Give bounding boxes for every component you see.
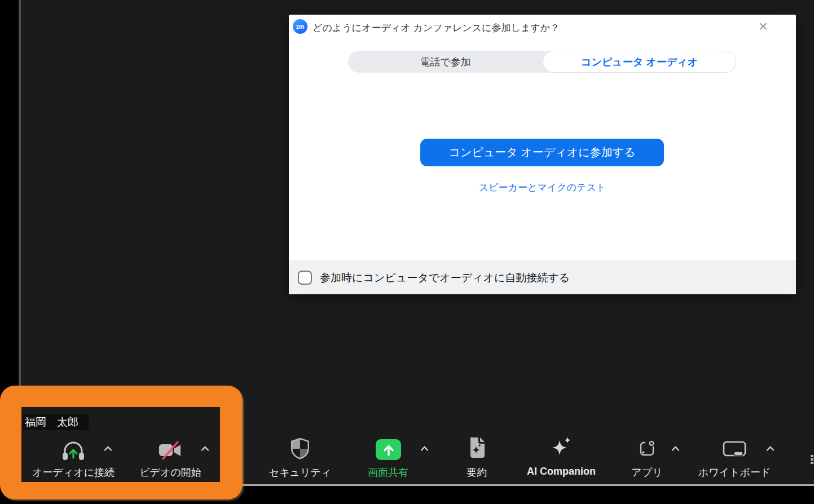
toolbar-item-summary[interactable]: 要約	[454, 466, 499, 479]
left-window-edge-line	[19, 0, 21, 486]
participant-name-tag: 福岡 太郎	[23, 414, 89, 430]
tab-join-by-phone[interactable]: 電話で参加	[348, 51, 543, 73]
auto-join-audio-label: 参加時にコンピュータでオーディオに自動接続する	[320, 261, 570, 295]
dialog-footer: 参加時にコンピュータでオーディオに自動接続する	[289, 260, 796, 294]
whiteboard-icon[interactable]	[723, 440, 746, 458]
zoom-meeting-screen: zm どのようにオーディオ カンファレンスに参加しますか？ × 電話で参加 コン…	[0, 0, 814, 504]
dialog-header: zm どのようにオーディオ カンファレンスに参加しますか？ ×	[289, 15, 796, 39]
headphones-icon[interactable]	[60, 439, 86, 462]
zoom-logo-icon: zm	[293, 19, 307, 34]
join-computer-audio-button[interactable]: コンピュータ オーディオに参加する	[420, 139, 664, 166]
video-options-chevron-up-icon[interactable]	[201, 446, 209, 451]
toolbar-item-whiteboard[interactable]: ホワイトボード	[692, 466, 777, 479]
whiteboard-options-chevron-up-icon[interactable]	[766, 446, 775, 451]
close-icon[interactable]: ×	[754, 17, 772, 36]
toolbar-bottom-separator	[21, 484, 814, 486]
toolbar-item-share-screen[interactable]: 画面共有	[349, 466, 428, 479]
dialog-title: どのようにオーディオ カンファレンスに参加しますか？	[313, 21, 560, 34]
test-speaker-mic-link[interactable]: スピーカーとマイクのテスト	[289, 181, 796, 194]
tab-computer-audio[interactable]: コンピュータ オーディオ	[543, 51, 736, 73]
toolbar-item-ai-companion[interactable]: AI Companion	[516, 466, 606, 478]
security-shield-icon[interactable]	[291, 438, 310, 459]
share-screen-icon[interactable]	[376, 439, 401, 460]
toolbar-item-apps[interactable]: アプリ	[619, 466, 675, 479]
video-off-icon[interactable]	[157, 440, 183, 461]
auto-join-audio-checkbox[interactable]	[298, 271, 312, 285]
toolbar-item-security[interactable]: セキュリティ	[261, 466, 340, 479]
audio-join-tabs: 電話で参加 コンピュータ オーディオ	[348, 51, 736, 73]
toolbar-item-connect-audio[interactable]: オーディオに接続	[23, 466, 124, 479]
clipped-toolbar-item	[811, 454, 814, 476]
toolbar-item-start-video[interactable]: ビデオの開始	[125, 466, 215, 479]
ai-companion-icon[interactable]	[550, 435, 573, 459]
audio-conference-dialog: zm どのようにオーディオ カンファレンスに参加しますか？ × 電話で参加 コン…	[289, 15, 796, 294]
apps-options-chevron-up-icon[interactable]	[671, 446, 680, 451]
share-options-chevron-up-icon[interactable]	[420, 446, 429, 451]
apps-icon[interactable]	[637, 439, 657, 458]
summary-icon[interactable]	[468, 437, 485, 458]
audio-options-chevron-up-icon[interactable]	[104, 446, 112, 451]
